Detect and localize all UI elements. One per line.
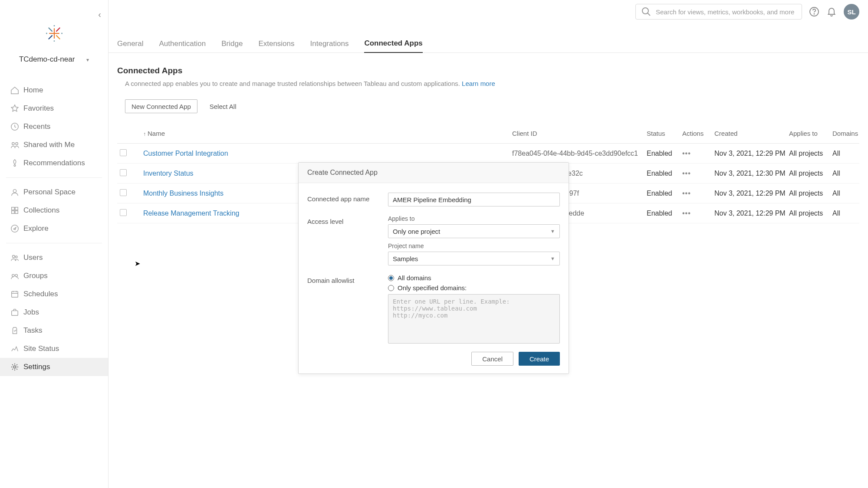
- row-actions-button[interactable]: •••: [682, 150, 714, 157]
- sidebar-item-users[interactable]: Users: [0, 249, 108, 267]
- col-name[interactable]: ↑Name: [143, 130, 512, 137]
- tab-general[interactable]: General: [117, 39, 143, 52]
- sidebar-item-tasks-icon: [10, 326, 23, 335]
- create-button[interactable]: Create: [519, 352, 560, 366]
- sidebar-item-settings-icon: [10, 363, 23, 371]
- applies-to: All projects: [789, 170, 832, 177]
- domains: All: [832, 170, 867, 177]
- sidebar-item-personal-space[interactable]: Personal Space: [0, 183, 108, 201]
- page-title: Connected Apps: [117, 66, 859, 75]
- tab-authentication[interactable]: Authentication: [159, 39, 206, 52]
- app-name-link[interactable]: Inventory Status: [143, 170, 194, 177]
- nav-label: Recents: [23, 122, 50, 131]
- col-domains[interactable]: Domains: [832, 130, 867, 137]
- row-checkbox[interactable]: [120, 149, 127, 156]
- row-checkbox[interactable]: [120, 169, 127, 176]
- svg-rect-25: [12, 311, 18, 315]
- collapse-sidebar-icon[interactable]: ‹: [98, 10, 101, 20]
- sidebar-item-explore-icon: [10, 224, 23, 233]
- sidebar-item-jobs[interactable]: Jobs: [0, 303, 108, 321]
- select-all-link[interactable]: Select All: [210, 103, 237, 110]
- project-name-value: Samples: [393, 255, 418, 262]
- app-name-input[interactable]: [388, 193, 560, 206]
- sidebar-item-schedules[interactable]: Schedules: [0, 285, 108, 303]
- cancel-button[interactable]: Cancel: [471, 352, 513, 366]
- sidebar-item-home-icon: [10, 86, 23, 95]
- section-desc-text: A connected app enables you to create an…: [125, 80, 462, 87]
- tableau-logo-icon: [0, 24, 108, 45]
- toolbar: New Connected App Select All: [125, 99, 859, 113]
- dialog-body: Connected app name Access level Applies …: [299, 183, 569, 352]
- nav-label: Schedules: [23, 290, 58, 298]
- sidebar-nav: HomeFavoritesRecentsShared with MeRecomm…: [0, 81, 108, 376]
- avatar[interactable]: SL: [844, 4, 859, 20]
- create-connected-app-dialog: Create Connected App Connected app name …: [298, 162, 569, 374]
- row-actions-button[interactable]: •••: [682, 170, 714, 177]
- status: Enabled: [647, 210, 682, 217]
- applies-to-select[interactable]: Only one project ▼: [388, 224, 560, 238]
- project-name-select[interactable]: Samples ▼: [388, 252, 560, 265]
- svg-line-28: [648, 13, 650, 16]
- col-created[interactable]: Created: [714, 130, 789, 137]
- nav-label: Collections: [23, 206, 59, 215]
- col-client-id[interactable]: Client ID: [512, 130, 647, 137]
- tab-connected-apps[interactable]: Connected Apps: [364, 39, 422, 53]
- svg-point-12: [16, 143, 18, 145]
- row-checkbox[interactable]: [120, 209, 127, 216]
- sidebar-item-recommendations[interactable]: Recommendations: [0, 154, 108, 172]
- svg-line-2: [48, 28, 52, 32]
- search-input[interactable]: [656, 8, 796, 16]
- sidebar-item-site-status[interactable]: Site Status: [0, 340, 108, 358]
- learn-more-link[interactable]: Learn more: [462, 80, 495, 87]
- cursor-icon: ➤: [135, 259, 140, 268]
- radio-icon: [388, 285, 394, 291]
- svg-point-19: [11, 225, 18, 232]
- svg-point-30: [814, 13, 814, 14]
- table-header: ↑Name Client ID Status Actions Created A…: [117, 124, 859, 144]
- bell-icon[interactable]: [826, 7, 837, 17]
- row-actions-button[interactable]: •••: [682, 190, 714, 197]
- nav-label: Favorites: [23, 104, 54, 113]
- sidebar-item-settings[interactable]: Settings: [0, 358, 108, 376]
- sidebar-item-shared[interactable]: Shared with Me: [0, 136, 108, 154]
- domains-textarea[interactable]: [388, 294, 560, 344]
- col-actions[interactable]: Actions: [682, 130, 714, 137]
- chevron-down-icon: ▾: [86, 57, 89, 63]
- sidebar-item-collections[interactable]: Collections: [0, 201, 108, 219]
- row-checkbox[interactable]: [120, 189, 127, 196]
- app-name-link[interactable]: Customer Portal Integration: [143, 150, 228, 157]
- sidebar-item-recents[interactable]: Recents: [0, 118, 108, 136]
- status: Enabled: [647, 150, 682, 157]
- help-icon[interactable]: [809, 7, 819, 17]
- site-picker[interactable]: TCdemo-cd-near ▾: [0, 55, 108, 64]
- sidebar-item-home[interactable]: Home: [0, 81, 108, 99]
- nav-label: Users: [23, 253, 43, 262]
- radio-only-specified[interactable]: Only specified domains:: [388, 284, 560, 291]
- table-row: Customer Portal Integrationf78ea045-0f4e…: [117, 144, 859, 164]
- app-name-link[interactable]: Release Management Tracking: [143, 210, 239, 217]
- tab-integrations[interactable]: Integrations: [310, 39, 349, 52]
- new-connected-app-button[interactable]: New Connected App: [125, 99, 197, 113]
- app-name-link[interactable]: Monthly Business Insights: [143, 190, 224, 197]
- sidebar-item-tasks[interactable]: Tasks: [0, 321, 108, 340]
- sidebar-item-explore[interactable]: Explore: [0, 219, 108, 238]
- search-box[interactable]: [635, 4, 802, 20]
- row-actions-button[interactable]: •••: [682, 210, 714, 217]
- svg-point-22: [12, 274, 14, 276]
- section-desc: A connected app enables you to create an…: [125, 80, 859, 87]
- sidebar-item-groups[interactable]: Groups: [0, 267, 108, 285]
- domains: All: [832, 210, 867, 217]
- col-applies-to[interactable]: Applies to: [789, 130, 832, 137]
- col-status[interactable]: Status: [647, 130, 682, 137]
- svg-point-26: [13, 366, 16, 368]
- svg-rect-17: [12, 211, 14, 213]
- tab-bridge[interactable]: Bridge: [221, 39, 243, 52]
- tab-extensions[interactable]: Extensions: [258, 39, 294, 52]
- sidebar-item-recommendations-icon: [10, 159, 23, 167]
- sidebar-item-favorites[interactable]: Favorites: [0, 99, 108, 118]
- nav-label: Recommendations: [23, 159, 85, 167]
- radio-all-domains[interactable]: All domains: [388, 274, 560, 282]
- applies-to: All projects: [789, 190, 832, 197]
- svg-point-23: [15, 274, 17, 276]
- nav-label: Tasks: [23, 326, 42, 335]
